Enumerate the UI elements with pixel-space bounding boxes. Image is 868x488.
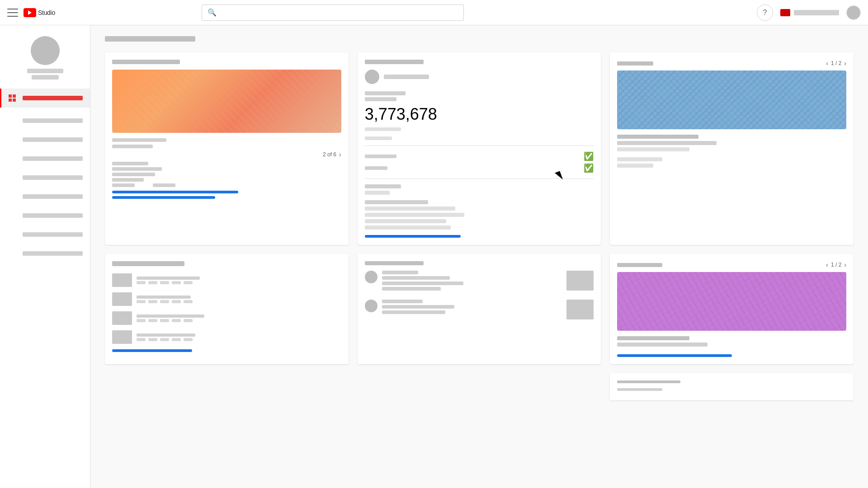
card-video-list <box>105 254 349 364</box>
list-meta-4 <box>137 333 341 341</box>
list-thumb-4 <box>112 330 132 344</box>
list-thumb-1 <box>112 273 132 287</box>
search-bar[interactable]: 🔍 <box>202 5 464 21</box>
sidebar-item-5[interactable] <box>0 187 90 206</box>
next-arrow[interactable]: › <box>339 151 341 158</box>
list-thumb-2 <box>112 292 132 306</box>
stat-bar-4c <box>160 338 169 341</box>
sidebar-icon-2 <box>7 135 17 145</box>
comment-item-1 <box>365 271 594 292</box>
prev-arrow-1[interactable]: ‹ <box>826 60 828 67</box>
comment-thumb-1 <box>566 271 594 291</box>
perf-stat-sm-2 <box>153 183 175 187</box>
card-bottom-1 <box>610 373 854 400</box>
menu-button[interactable] <box>7 7 18 18</box>
sidebar-item-8[interactable] <box>0 244 90 263</box>
list-meta-bar-4 <box>137 333 195 337</box>
account-area <box>780 9 839 16</box>
list-meta-3 <box>137 314 341 322</box>
list-item-3 <box>112 311 341 325</box>
list-meta-bar-2 <box>137 296 191 299</box>
stat-bar-1a <box>137 281 146 284</box>
list-header <box>112 261 184 266</box>
text-bar-5 <box>365 213 464 217</box>
green-check-2: ✅ <box>584 163 594 173</box>
perf-stat-6 <box>112 178 144 182</box>
channel-avatar <box>365 70 379 84</box>
card3-text-5 <box>617 164 653 168</box>
pagination-text: 2 of 6 <box>323 151 336 158</box>
sidebar-label-5 <box>23 194 83 199</box>
sidebar-item-2[interactable] <box>0 130 90 149</box>
card6-pagination: ‹ 1 / 2 › <box>826 261 846 268</box>
perf-stat-sm-1 <box>112 183 135 187</box>
text-bar-2 <box>365 191 390 195</box>
text-bar-4 <box>365 206 455 211</box>
youtube-logo: Studio <box>24 8 55 17</box>
stat-bar-1b <box>148 281 157 284</box>
card6-progress-bar <box>617 354 731 357</box>
comment-content-2 <box>382 300 562 316</box>
sidebar-item-7[interactable] <box>0 225 90 244</box>
main-content: 2 of 6 › <box>90 25 868 488</box>
card7-text-2 <box>617 388 662 391</box>
cards-grid: 2 of 6 › <box>105 52 854 400</box>
divider-1 <box>365 145 594 146</box>
sidebar-icon-8 <box>7 249 17 258</box>
comment-avatar-2 <box>365 300 377 312</box>
sidebar-label-8 <box>23 251 83 256</box>
stat-bar-2d <box>172 300 181 303</box>
progress-bars <box>112 191 341 199</box>
sidebar-label-7 <box>23 232 83 237</box>
metric-sub-1 <box>365 127 401 131</box>
prev-arrow-2[interactable]: ‹ <box>826 261 828 268</box>
header-right: ? <box>757 5 861 21</box>
card-performance: 2 of 6 › <box>105 52 349 245</box>
next-arrow-2[interactable]: › <box>844 261 846 268</box>
comment-text-2a <box>382 305 454 309</box>
stat-bar-2a <box>137 300 146 303</box>
stat-bar-3b <box>148 319 157 322</box>
sidebar-item-3[interactable] <box>0 149 90 168</box>
comment-item-2 <box>365 300 594 319</box>
sidebar-item-dashboard[interactable] <box>0 89 90 108</box>
sidebar-icon-6 <box>7 211 17 221</box>
help-button[interactable]: ? <box>757 5 773 21</box>
card-performance-title <box>112 60 180 64</box>
green-check-1: ✅ <box>584 151 594 161</box>
stat-bar-3a <box>137 319 146 322</box>
sidebar-icon-1 <box>7 116 17 126</box>
stat-bar-1e <box>184 281 193 284</box>
card6-text-1 <box>617 336 689 340</box>
list-meta-1 <box>137 277 341 284</box>
stat-row-2: ✅ <box>365 163 594 173</box>
search-input[interactable] <box>220 9 458 16</box>
stat-bar-1c <box>160 281 169 284</box>
sidebar-section <box>0 111 90 263</box>
stat-bar-1d <box>172 281 181 284</box>
user-avatar[interactable] <box>846 5 861 20</box>
comment-avatar-1 <box>365 271 377 283</box>
account-name-bar <box>794 10 839 15</box>
stat-bar-3d <box>172 319 181 322</box>
next-arrow-1[interactable]: › <box>844 60 846 67</box>
sidebar-label-2 <box>23 137 83 142</box>
stat-bar-2c <box>160 300 169 303</box>
card5-title <box>365 261 424 265</box>
svg-rect-3 <box>13 99 16 102</box>
sidebar-icon-5 <box>7 192 17 202</box>
list-stats-2 <box>137 300 341 303</box>
pagination-text-6: 1 / 2 <box>831 262 841 268</box>
comment-text-1c <box>382 287 441 291</box>
sidebar-item-6[interactable] <box>0 206 90 225</box>
sidebar-avatar <box>31 36 60 65</box>
comment-text-1b <box>382 282 463 285</box>
stat-label-bar-1 <box>365 155 396 158</box>
svg-rect-2 <box>9 99 12 102</box>
sidebar-item-1[interactable] <box>0 111 90 130</box>
list-item-1 <box>112 273 341 287</box>
comment-name-2 <box>382 300 423 303</box>
list-progress-bar <box>112 349 192 352</box>
perf-stat-5 <box>112 173 155 176</box>
sidebar-item-4[interactable] <box>0 168 90 187</box>
